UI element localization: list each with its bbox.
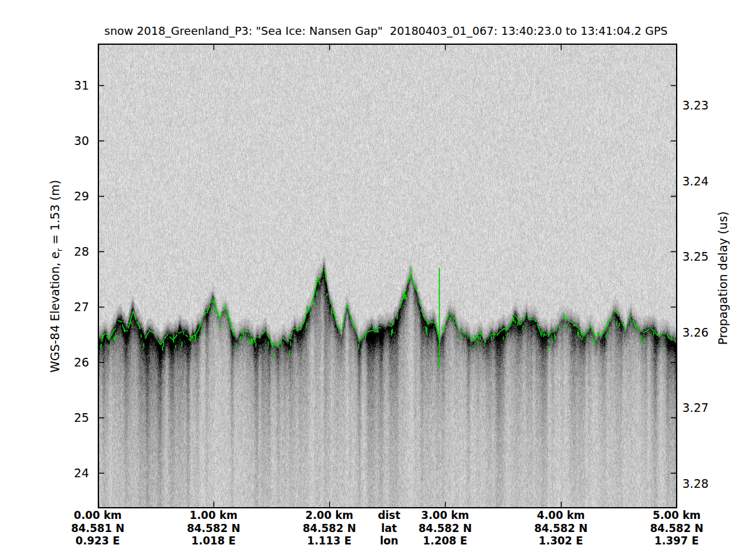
x-axis-column-4km-row: 1.302 E	[517, 534, 604, 548]
x-axis-row-legend-row: lat	[345, 522, 433, 535]
right-axis-tick-label: 3.26	[682, 325, 726, 339]
x-axis-column-0km-row: 84.581 N	[54, 522, 141, 535]
left-axis-tick-label: 31	[58, 78, 89, 92]
x-axis-column-1km-row: 1.018 E	[170, 534, 257, 548]
right-axis-label: Propagation delay (us)	[715, 172, 730, 384]
right-axis-tick-label: 3.24	[682, 174, 726, 188]
left-axis-tick-label: 25	[58, 411, 89, 424]
x-axis-column-4km: 4.00 km84.582 N1.302 E	[517, 509, 604, 548]
x-axis-column-1km-row: 84.582 N	[170, 522, 257, 535]
x-axis-column-1km-row: 1.00 km	[170, 509, 257, 522]
x-axis-column-4km-row: 4.00 km	[517, 509, 604, 522]
right-axis-tick-label: 3.25	[682, 250, 726, 263]
x-axis-column-5km-row: 5.00 km	[633, 509, 720, 522]
x-axis-column-0km-row: 0.923 E	[54, 534, 141, 548]
left-axis-tick-label: 28	[58, 245, 89, 258]
right-axis-tick-label: 3.27	[682, 401, 726, 414]
echogram-page: snow 2018_Greenland_P3: "Sea Ice: Nansen…	[0, 0, 747, 560]
x-axis-column-4km-row: 84.582 N	[517, 522, 604, 535]
right-axis-tick-label: 3.23	[682, 98, 726, 112]
x-axis-column-5km-row: 1.397 E	[633, 534, 720, 548]
left-axis-tick-label: 30	[58, 134, 89, 147]
x-axis-row-legend: distlatlon	[345, 509, 433, 548]
left-axis-tick-label: 24	[58, 466, 89, 480]
left-axis-tick-label: 29	[58, 189, 89, 203]
plot-title: snow 2018_Greenland_P3: "Sea Ice: Nansen…	[0, 24, 747, 37]
echogram-plot-area	[98, 44, 677, 508]
x-axis-row-legend-row: lon	[345, 534, 433, 548]
left-axis-tick-label: 27	[58, 300, 89, 314]
x-axis-column-1km: 1.00 km84.582 N1.018 E	[170, 509, 257, 548]
left-axis-tick-label: 26	[58, 355, 89, 369]
x-axis-row-legend-row: dist	[345, 509, 433, 522]
x-axis-column-5km: 5.00 km84.582 N1.397 E	[633, 509, 720, 548]
right-axis-tick-label: 3.28	[682, 477, 726, 490]
x-axis-column-0km: 0.00 km84.581 N0.923 E	[54, 509, 141, 548]
x-axis-column-0km-row: 0.00 km	[54, 509, 141, 522]
x-axis-column-5km-row: 84.582 N	[633, 522, 720, 535]
